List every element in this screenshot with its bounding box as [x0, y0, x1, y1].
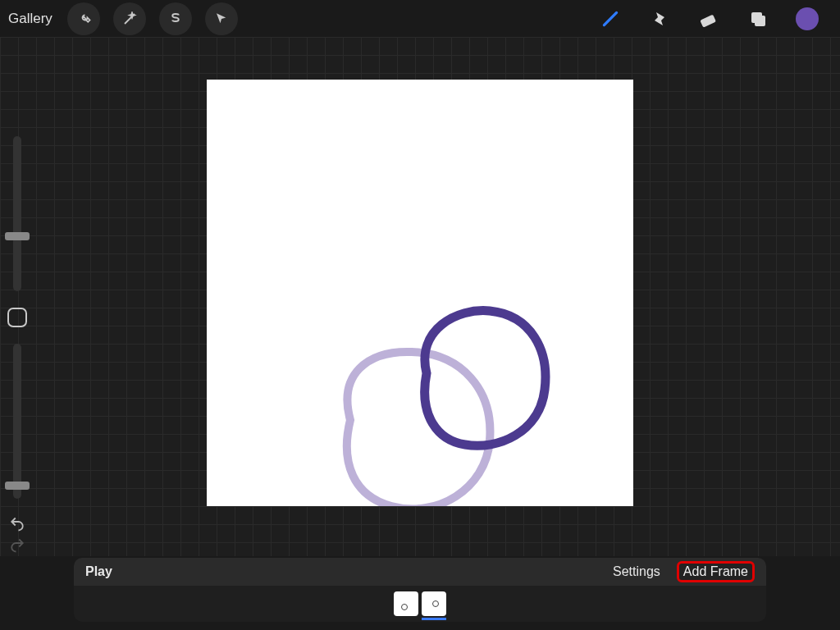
color-picker-button[interactable] [791, 2, 824, 35]
smudge-icon [650, 9, 669, 29]
play-button[interactable]: Play [85, 564, 112, 579]
frame-thumb-1[interactable] [394, 591, 418, 616]
brush-size-slider[interactable] [13, 136, 21, 291]
layers-icon [748, 9, 768, 29]
eraser-tool[interactable] [692, 2, 725, 35]
brush-tool[interactable] [594, 2, 627, 35]
gallery-link[interactable]: Gallery [8, 11, 52, 27]
wrench-icon [76, 11, 91, 26]
canvas-drawing [207, 80, 633, 506]
undo-icon [8, 517, 26, 532]
svg-rect-2 [755, 16, 765, 26]
settings-button[interactable]: Settings [613, 564, 660, 579]
animation-panel: Play Settings Add Frame [74, 558, 766, 622]
onion-skin-stroke [347, 351, 491, 505]
canvas[interactable] [207, 80, 633, 506]
opacity-slider[interactable] [13, 344, 21, 499]
arrow-cursor-icon [214, 11, 229, 26]
top-toolbar: Gallery [0, 0, 840, 37]
svg-rect-0 [700, 14, 716, 27]
left-rail [0, 131, 34, 556]
smudge-tool[interactable] [643, 2, 676, 35]
redo-icon [8, 538, 26, 553]
add-frame-button[interactable]: Add Frame [677, 561, 755, 582]
redo-button[interactable] [5, 535, 30, 556]
current-stroke [425, 310, 546, 445]
layers-button[interactable] [742, 2, 774, 35]
brush-icon [600, 8, 621, 30]
wand-icon [122, 11, 137, 26]
adjustments-button[interactable] [113, 2, 146, 35]
modify-button[interactable] [7, 308, 27, 327]
frame-thumb-2[interactable] [422, 591, 446, 616]
selection-s-icon [168, 11, 183, 26]
eraser-icon [698, 8, 719, 30]
actions-button[interactable] [67, 2, 100, 35]
color-swatch-icon [796, 7, 819, 30]
transform-button[interactable] [205, 2, 238, 35]
selection-button[interactable] [159, 2, 192, 35]
undo-button[interactable] [5, 514, 30, 535]
frame-timeline[interactable] [74, 586, 766, 622]
canvas-area [0, 37, 840, 556]
